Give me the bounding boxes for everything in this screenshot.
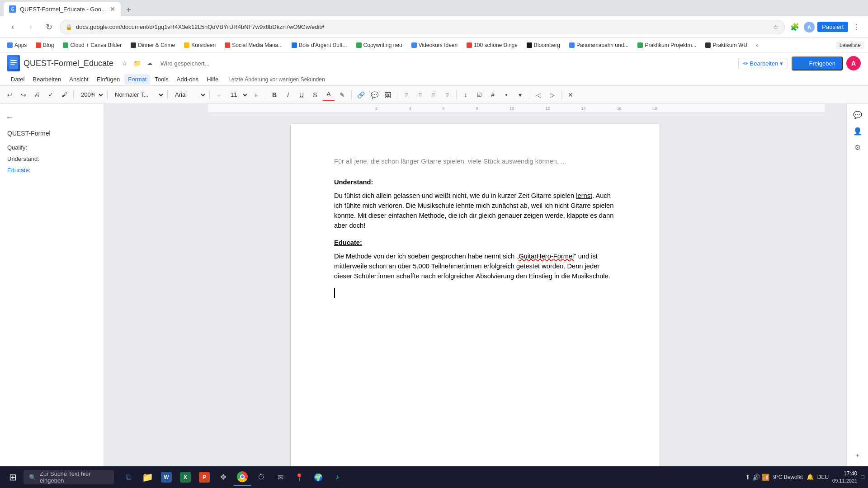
taskbar-word[interactable]: W [157, 468, 175, 486]
sidebar-item-qualify[interactable]: Qualify: [4, 142, 100, 153]
bookmark-social[interactable]: Social Media Mana... [221, 40, 286, 51]
bookmark-panorama[interactable]: Panoramabahn und... [566, 40, 632, 51]
align-justify-button[interactable]: ≡ [441, 89, 453, 101]
active-tab[interactable]: G QUEST-Formel_Educate - Goo... ✕ [4, 2, 121, 16]
bookmark-cloud[interactable]: Cloud + Canva Bilder [59, 40, 125, 51]
numbering-button[interactable]: # [486, 89, 499, 101]
undo-button[interactable]: ↩ [4, 89, 16, 101]
taskbar-app8[interactable]: ⏱ [252, 468, 270, 486]
forward-button[interactable]: › [24, 20, 38, 34]
menu-datei[interactable]: Datei [7, 74, 28, 84]
document-area[interactable]: 24681012141618 Für all jene, die schon l… [104, 104, 846, 466]
freigeben-button[interactable]: 👤 Freigeben [792, 56, 843, 70]
start-button[interactable]: ⊞ [4, 468, 22, 486]
menu-hilfe[interactable]: Hilfe [203, 74, 222, 84]
checklist-button[interactable]: ☑ [473, 89, 486, 101]
extensions-button[interactable]: 🧩 [788, 21, 801, 33]
menu-tools[interactable]: Tools [151, 74, 172, 84]
highlight-button[interactable]: ✎ [336, 89, 349, 101]
settings-panel-icon[interactable]: ⚙ [850, 140, 865, 155]
chat-icon[interactable]: 👤 [850, 124, 865, 138]
bullets-button[interactable]: • [500, 89, 513, 101]
bookmark-praktikum1[interactable]: Praktikum Projektm... [634, 40, 700, 51]
align-right-button[interactable]: ≡ [427, 89, 440, 101]
taskbar-search[interactable]: 🔍 Zur Suche Text hier eingeben [24, 470, 114, 484]
star-button[interactable]: ☆ [119, 58, 130, 69]
sidebar-item-educate[interactable]: Educate: [4, 165, 100, 175]
menu-ansicht[interactable]: Ansicht [66, 74, 92, 84]
volume-icon[interactable]: 🔊 [752, 474, 760, 481]
notifications-button[interactable]: □ [861, 474, 864, 480]
bookmark-kursideen[interactable]: Kursideen [180, 40, 219, 51]
bold-button[interactable]: B [268, 89, 281, 101]
notification-icon[interactable]: 🔔 [807, 474, 814, 480]
indent-decrease-button[interactable]: ◁ [532, 89, 545, 101]
taskbar-app10[interactable]: 📍 [290, 468, 308, 486]
bookmark-dinner[interactable]: Dinner & Crime [127, 40, 179, 51]
bookmark-blog[interactable]: Blog [32, 40, 57, 51]
comment-button[interactable]: 💬 [368, 89, 381, 101]
taskbar-app11[interactable]: 🌍 [309, 468, 327, 486]
menu-format[interactable]: Format [124, 74, 150, 84]
docs-document-title[interactable]: QUEST-Formel_Educate [24, 59, 113, 68]
zoom-select[interactable]: 200% [76, 89, 104, 101]
line-spacing-button[interactable]: ↕ [459, 89, 472, 101]
text-color-button[interactable]: A [322, 89, 335, 101]
bookmark-copywriting[interactable]: Copywriting neu [353, 40, 406, 51]
user-avatar[interactable]: A [846, 56, 861, 70]
font-size-increase[interactable]: + [250, 89, 262, 101]
bookmark-videokurs[interactable]: Videokurs Ideen [408, 40, 462, 51]
pausiert-button[interactable]: Pausiert [817, 22, 848, 32]
bookmark-praktikum2[interactable]: Praktikum WU [702, 40, 751, 51]
paint-format-button[interactable]: 🖌 [58, 89, 71, 101]
move-button[interactable]: 📁 [132, 58, 142, 69]
tab-close-button[interactable]: ✕ [110, 5, 115, 13]
print-button[interactable]: 🖨 [31, 89, 43, 101]
font-size-decrease[interactable]: − [212, 89, 225, 101]
spellcheck-button[interactable]: ✓ [44, 89, 57, 101]
reload-button[interactable]: ↻ [42, 20, 56, 34]
menu-einfuegen[interactable]: Einfügen [93, 74, 123, 84]
leseliste-button[interactable]: Leseliste [836, 41, 864, 49]
font-select[interactable]: Arial [170, 89, 207, 101]
upload-icon[interactable]: ⬆ [745, 474, 750, 481]
bookmark-bois[interactable]: Bois d'Argent Duft... [288, 40, 350, 51]
align-center-button[interactable]: ≡ [414, 89, 426, 101]
back-button[interactable]: ‹ [5, 20, 20, 34]
style-select[interactable]: Normaler T... [110, 89, 165, 101]
document-page[interactable]: Für all jene, die schon länger Gitarre s… [291, 124, 660, 466]
bullets-more-button[interactable]: ▾ [514, 89, 526, 101]
network-icon[interactable]: 📶 [762, 474, 769, 481]
taskbar-excel[interactable]: X [176, 468, 194, 486]
url-bar[interactable]: 🔒 docs.google.com/document/d/1gq1vR4X3ek… [60, 20, 785, 34]
bookmark-bloomberg[interactable]: Bloomberg [523, 40, 564, 51]
comments-panel-icon[interactable]: 💬 [850, 108, 865, 122]
taskbar-spotify[interactable]: ♪ [328, 468, 346, 486]
new-tab-button[interactable]: + [123, 4, 135, 16]
taskbar-chrome[interactable] [233, 468, 251, 486]
link-button[interactable]: 🔗 [354, 89, 367, 101]
star-icon[interactable]: ☆ [773, 23, 779, 31]
taskbar-powerpoint[interactable]: P [195, 468, 213, 486]
taskbar-task-view[interactable]: ⧉ [119, 468, 137, 486]
taskbar-file-explorer[interactable]: 📁 [138, 468, 156, 486]
taskbar-app6[interactable]: ❖ [214, 468, 232, 486]
underline-button[interactable]: U [295, 89, 308, 101]
bearbeiten-button[interactable]: ✏ Bearbeiten ▾ [738, 58, 788, 69]
browser-menu-button[interactable]: ⋮ [850, 21, 863, 33]
profile-button[interactable]: A [803, 21, 816, 33]
indent-increase-button[interactable]: ▷ [546, 89, 558, 101]
redo-button[interactable]: ↪ [17, 89, 30, 101]
bookmark-apps[interactable]: Apps [4, 40, 30, 51]
zoom-in-icon[interactable]: + [850, 448, 865, 463]
font-size-select[interactable]: 11 [226, 89, 249, 101]
menu-bearbeiten[interactable]: Bearbeiten [29, 74, 65, 84]
italic-button[interactable]: I [282, 89, 294, 101]
menu-addons[interactable]: Add-ons [173, 74, 202, 84]
bookmarks-more[interactable]: » [753, 42, 761, 48]
taskbar-app9[interactable]: ✉ [271, 468, 289, 486]
image-button[interactable]: 🖼 [382, 89, 394, 101]
sidebar-item-understand[interactable]: Understand: [4, 154, 100, 164]
align-left-button[interactable]: ≡ [400, 89, 413, 101]
strikethrough-button[interactable]: S [309, 89, 321, 101]
